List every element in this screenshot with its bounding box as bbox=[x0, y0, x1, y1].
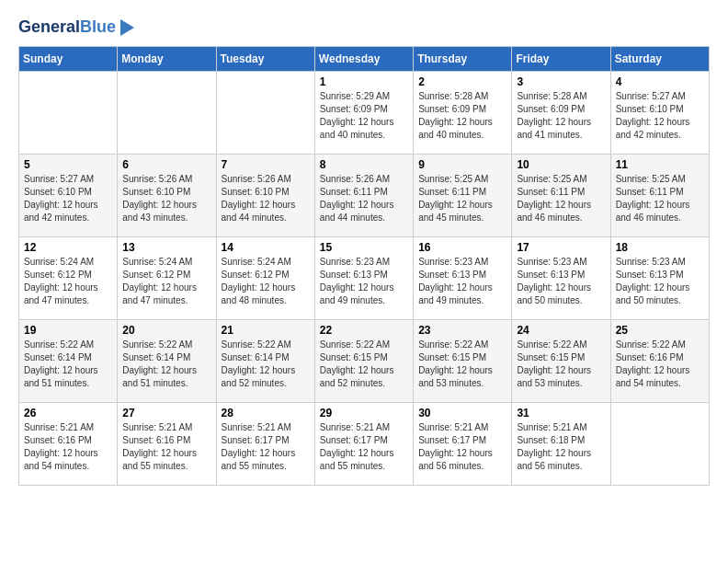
day-info: Sunrise: 5:24 AM Sunset: 6:12 PM Dayligh… bbox=[222, 256, 310, 307]
day-number: 27 bbox=[122, 407, 210, 419]
calendar-cell: 17Sunrise: 5:23 AM Sunset: 6:13 PM Dayli… bbox=[512, 236, 610, 319]
day-info: Sunrise: 5:21 AM Sunset: 6:16 PM Dayligh… bbox=[122, 421, 210, 473]
day-number: 16 bbox=[418, 241, 506, 254]
calendar-cell: 30Sunrise: 5:21 AM Sunset: 6:17 PM Dayli… bbox=[414, 402, 512, 485]
day-number: 8 bbox=[320, 158, 408, 171]
day-info: Sunrise: 5:23 AM Sunset: 6:13 PM Dayligh… bbox=[418, 256, 506, 307]
day-info: Sunrise: 5:21 AM Sunset: 6:18 PM Dayligh… bbox=[517, 421, 605, 473]
day-info: Sunrise: 5:25 AM Sunset: 6:11 PM Dayligh… bbox=[616, 173, 704, 224]
weekday-header-saturday: Saturday bbox=[610, 46, 709, 71]
day-number: 9 bbox=[418, 158, 506, 171]
calendar-cell: 22Sunrise: 5:22 AM Sunset: 6:15 PM Dayli… bbox=[314, 319, 413, 402]
calendar-cell: 28Sunrise: 5:21 AM Sunset: 6:17 PM Dayli… bbox=[216, 402, 314, 485]
calendar-week-row: 26Sunrise: 5:21 AM Sunset: 6:16 PM Dayli… bbox=[19, 402, 710, 485]
day-info: Sunrise: 5:22 AM Sunset: 6:14 PM Dayligh… bbox=[222, 339, 310, 390]
weekday-header-thursday: Thursday bbox=[414, 46, 512, 71]
calendar-cell: 21Sunrise: 5:22 AM Sunset: 6:14 PM Dayli… bbox=[216, 319, 314, 402]
day-info: Sunrise: 5:21 AM Sunset: 6:17 PM Dayligh… bbox=[418, 421, 506, 473]
weekday-header-tuesday: Tuesday bbox=[216, 46, 314, 71]
day-number: 1 bbox=[320, 75, 408, 88]
calendar-week-row: 5Sunrise: 5:27 AM Sunset: 6:10 PM Daylig… bbox=[19, 154, 710, 236]
calendar-cell: 9Sunrise: 5:25 AM Sunset: 6:11 PM Daylig… bbox=[414, 154, 512, 236]
day-number: 17 bbox=[517, 241, 605, 254]
day-info: Sunrise: 5:21 AM Sunset: 6:17 PM Dayligh… bbox=[222, 421, 310, 473]
day-info: Sunrise: 5:21 AM Sunset: 6:17 PM Dayligh… bbox=[320, 421, 408, 473]
day-number: 24 bbox=[517, 324, 605, 337]
weekday-header-friday: Friday bbox=[512, 46, 610, 71]
day-number: 31 bbox=[517, 407, 605, 419]
calendar-cell: 12Sunrise: 5:24 AM Sunset: 6:12 PM Dayli… bbox=[19, 236, 118, 319]
calendar-cell: 10Sunrise: 5:25 AM Sunset: 6:11 PM Dayli… bbox=[512, 154, 610, 236]
day-number: 15 bbox=[320, 241, 408, 254]
calendar-cell: 26Sunrise: 5:21 AM Sunset: 6:16 PM Dayli… bbox=[19, 402, 118, 485]
calendar-cell: 3Sunrise: 5:28 AM Sunset: 6:09 PM Daylig… bbox=[512, 71, 610, 154]
weekday-header-sunday: Sunday bbox=[19, 46, 118, 71]
calendar-week-row: 12Sunrise: 5:24 AM Sunset: 6:12 PM Dayli… bbox=[19, 236, 710, 319]
calendar-cell bbox=[216, 71, 314, 154]
day-info: Sunrise: 5:23 AM Sunset: 6:13 PM Dayligh… bbox=[616, 256, 704, 307]
calendar-cell: 6Sunrise: 5:26 AM Sunset: 6:10 PM Daylig… bbox=[118, 154, 216, 236]
day-number: 2 bbox=[418, 75, 506, 88]
calendar-cell bbox=[118, 71, 216, 154]
day-number: 7 bbox=[222, 158, 310, 171]
day-info: Sunrise: 5:25 AM Sunset: 6:11 PM Dayligh… bbox=[517, 173, 605, 224]
day-number: 19 bbox=[24, 324, 112, 337]
weekday-header-wednesday: Wednesday bbox=[314, 46, 413, 71]
day-number: 3 bbox=[517, 75, 605, 88]
day-number: 20 bbox=[122, 324, 210, 337]
day-info: Sunrise: 5:26 AM Sunset: 6:10 PM Dayligh… bbox=[122, 173, 210, 224]
day-number: 21 bbox=[222, 324, 310, 337]
day-info: Sunrise: 5:25 AM Sunset: 6:11 PM Dayligh… bbox=[418, 173, 506, 224]
calendar-table: SundayMondayTuesdayWednesdayThursdayFrid… bbox=[18, 46, 710, 486]
day-info: Sunrise: 5:22 AM Sunset: 6:15 PM Dayligh… bbox=[517, 339, 605, 390]
day-info: Sunrise: 5:23 AM Sunset: 6:13 PM Dayligh… bbox=[517, 256, 605, 307]
day-number: 10 bbox=[517, 158, 605, 171]
calendar-cell: 16Sunrise: 5:23 AM Sunset: 6:13 PM Dayli… bbox=[414, 236, 512, 319]
day-info: Sunrise: 5:23 AM Sunset: 6:13 PM Dayligh… bbox=[320, 256, 408, 307]
day-number: 30 bbox=[418, 407, 506, 419]
day-number: 5 bbox=[24, 158, 112, 171]
calendar-cell: 15Sunrise: 5:23 AM Sunset: 6:13 PM Dayli… bbox=[314, 236, 413, 319]
calendar-cell: 27Sunrise: 5:21 AM Sunset: 6:16 PM Dayli… bbox=[118, 402, 216, 485]
day-number: 6 bbox=[122, 158, 210, 171]
logo: GeneralBlue bbox=[18, 18, 134, 37]
calendar-cell: 11Sunrise: 5:25 AM Sunset: 6:11 PM Dayli… bbox=[610, 154, 709, 236]
day-number: 14 bbox=[222, 241, 310, 254]
day-info: Sunrise: 5:22 AM Sunset: 6:14 PM Dayligh… bbox=[122, 339, 210, 390]
day-number: 28 bbox=[222, 407, 310, 419]
calendar-cell: 29Sunrise: 5:21 AM Sunset: 6:17 PM Dayli… bbox=[314, 402, 413, 485]
calendar-cell: 20Sunrise: 5:22 AM Sunset: 6:14 PM Dayli… bbox=[118, 319, 216, 402]
day-number: 4 bbox=[616, 75, 704, 88]
day-info: Sunrise: 5:22 AM Sunset: 6:14 PM Dayligh… bbox=[24, 339, 112, 390]
day-number: 26 bbox=[24, 407, 112, 419]
calendar-week-row: 1Sunrise: 5:29 AM Sunset: 6:09 PM Daylig… bbox=[19, 71, 710, 154]
day-info: Sunrise: 5:24 AM Sunset: 6:12 PM Dayligh… bbox=[24, 256, 112, 307]
day-number: 29 bbox=[320, 407, 408, 419]
calendar-cell: 4Sunrise: 5:27 AM Sunset: 6:10 PM Daylig… bbox=[610, 71, 709, 154]
day-info: Sunrise: 5:26 AM Sunset: 6:10 PM Dayligh… bbox=[222, 173, 310, 224]
calendar-cell: 13Sunrise: 5:24 AM Sunset: 6:12 PM Dayli… bbox=[118, 236, 216, 319]
day-info: Sunrise: 5:22 AM Sunset: 6:15 PM Dayligh… bbox=[320, 339, 408, 390]
calendar-cell: 14Sunrise: 5:24 AM Sunset: 6:12 PM Dayli… bbox=[216, 236, 314, 319]
logo-arrow-icon bbox=[120, 19, 134, 36]
calendar-cell: 31Sunrise: 5:21 AM Sunset: 6:18 PM Dayli… bbox=[512, 402, 610, 485]
calendar-cell bbox=[19, 71, 118, 154]
day-number: 11 bbox=[616, 158, 704, 171]
day-number: 22 bbox=[320, 324, 408, 337]
day-info: Sunrise: 5:28 AM Sunset: 6:09 PM Dayligh… bbox=[418, 90, 506, 142]
day-number: 13 bbox=[122, 241, 210, 254]
day-info: Sunrise: 5:26 AM Sunset: 6:11 PM Dayligh… bbox=[320, 173, 408, 224]
day-number: 23 bbox=[418, 324, 506, 337]
calendar-cell: 7Sunrise: 5:26 AM Sunset: 6:10 PM Daylig… bbox=[216, 154, 314, 236]
calendar-cell: 8Sunrise: 5:26 AM Sunset: 6:11 PM Daylig… bbox=[314, 154, 413, 236]
calendar-cell bbox=[610, 402, 709, 485]
calendar-cell: 18Sunrise: 5:23 AM Sunset: 6:13 PM Dayli… bbox=[610, 236, 709, 319]
calendar-cell: 2Sunrise: 5:28 AM Sunset: 6:09 PM Daylig… bbox=[414, 71, 512, 154]
day-info: Sunrise: 5:28 AM Sunset: 6:09 PM Dayligh… bbox=[517, 90, 605, 142]
calendar-cell: 5Sunrise: 5:27 AM Sunset: 6:10 PM Daylig… bbox=[19, 154, 118, 236]
calendar-week-row: 19Sunrise: 5:22 AM Sunset: 6:14 PM Dayli… bbox=[19, 319, 710, 402]
day-number: 12 bbox=[24, 241, 112, 254]
page-header: GeneralBlue bbox=[18, 18, 710, 37]
calendar-cell: 1Sunrise: 5:29 AM Sunset: 6:09 PM Daylig… bbox=[314, 71, 413, 154]
calendar-cell: 23Sunrise: 5:22 AM Sunset: 6:15 PM Dayli… bbox=[414, 319, 512, 402]
